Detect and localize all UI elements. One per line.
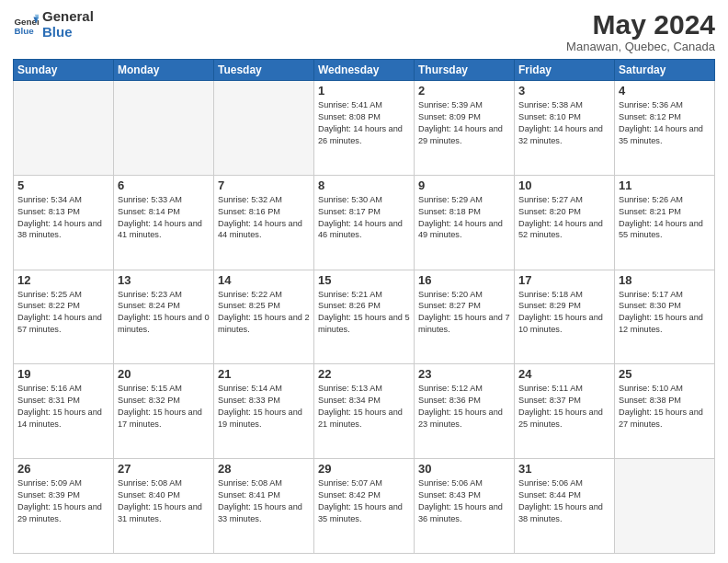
day-info: Sunrise: 5:08 AMSunset: 8:41 PMDaylight:… — [218, 477, 310, 525]
day-info: Sunrise: 5:27 AMSunset: 8:20 PMDaylight:… — [518, 194, 610, 242]
weekday-header-friday: Friday — [515, 60, 615, 81]
day-number: 22 — [318, 367, 410, 381]
calendar-cell: 10Sunrise: 5:27 AMSunset: 8:20 PMDayligh… — [515, 175, 615, 270]
calendar-cell: 21Sunrise: 5:14 AMSunset: 8:33 PMDayligh… — [214, 364, 314, 459]
calendar-cell: 31Sunrise: 5:06 AMSunset: 8:44 PMDayligh… — [515, 459, 615, 554]
calendar-week-3: 12Sunrise: 5:25 AMSunset: 8:22 PMDayligh… — [14, 270, 715, 364]
day-info: Sunrise: 5:06 AMSunset: 8:44 PMDaylight:… — [518, 477, 610, 525]
day-number: 15 — [318, 273, 410, 287]
day-info: Sunrise: 5:09 AMSunset: 8:39 PMDaylight:… — [17, 477, 109, 525]
day-number: 29 — [318, 462, 410, 476]
logo-icon: General Blue — [13, 12, 39, 38]
day-number: 3 — [518, 84, 610, 98]
calendar-cell: 5Sunrise: 5:34 AMSunset: 8:13 PMDaylight… — [14, 175, 114, 270]
day-info: Sunrise: 5:25 AMSunset: 8:22 PMDaylight:… — [17, 289, 109, 337]
calendar-cell: 13Sunrise: 5:23 AMSunset: 8:24 PMDayligh… — [114, 270, 214, 364]
day-number: 2 — [418, 84, 510, 98]
day-number: 14 — [218, 273, 310, 287]
weekday-header-sunday: Sunday — [14, 60, 114, 81]
calendar-cell — [14, 81, 114, 176]
day-number: 25 — [619, 367, 711, 381]
header: General Blue General Blue May 2024 Manaw… — [13, 9, 715, 53]
calendar-cell: 20Sunrise: 5:15 AMSunset: 8:32 PMDayligh… — [114, 364, 214, 459]
calendar-cell: 6Sunrise: 5:33 AMSunset: 8:14 PMDaylight… — [114, 175, 214, 270]
day-info: Sunrise: 5:36 AMSunset: 8:12 PMDaylight:… — [619, 99, 711, 147]
calendar-cell: 29Sunrise: 5:07 AMSunset: 8:42 PMDayligh… — [314, 459, 415, 554]
day-info: Sunrise: 5:34 AMSunset: 8:13 PMDaylight:… — [17, 194, 109, 242]
weekday-header-saturday: Saturday — [615, 60, 715, 81]
calendar-cell: 17Sunrise: 5:18 AMSunset: 8:29 PMDayligh… — [515, 270, 615, 364]
calendar-cell: 2Sunrise: 5:39 AMSunset: 8:09 PMDaylight… — [415, 81, 515, 176]
day-number: 4 — [619, 84, 711, 98]
day-info: Sunrise: 5:39 AMSunset: 8:09 PMDaylight:… — [418, 99, 510, 147]
day-number: 1 — [318, 84, 410, 98]
day-info: Sunrise: 5:21 AMSunset: 8:26 PMDaylight:… — [318, 289, 410, 337]
logo-blue: Blue — [42, 25, 94, 40]
day-info: Sunrise: 5:32 AMSunset: 8:16 PMDaylight:… — [218, 194, 310, 242]
day-number: 9 — [418, 178, 510, 192]
page: General Blue General Blue May 2024 Manaw… — [0, 0, 728, 563]
day-number: 31 — [518, 462, 610, 476]
calendar-cell: 18Sunrise: 5:17 AMSunset: 8:30 PMDayligh… — [615, 270, 715, 364]
calendar-cell: 14Sunrise: 5:22 AMSunset: 8:25 PMDayligh… — [214, 270, 314, 364]
day-number: 17 — [518, 273, 610, 287]
calendar-cell: 8Sunrise: 5:30 AMSunset: 8:17 PMDaylight… — [314, 175, 415, 270]
day-info: Sunrise: 5:16 AMSunset: 8:31 PMDaylight:… — [17, 383, 109, 431]
day-number: 19 — [17, 367, 109, 381]
calendar-cell: 3Sunrise: 5:38 AMSunset: 8:10 PMDaylight… — [515, 81, 615, 176]
calendar-cell: 23Sunrise: 5:12 AMSunset: 8:36 PMDayligh… — [415, 364, 515, 459]
day-number: 10 — [518, 178, 610, 192]
day-number: 23 — [418, 367, 510, 381]
day-info: Sunrise: 5:13 AMSunset: 8:34 PMDaylight:… — [318, 383, 410, 431]
calendar-cell: 27Sunrise: 5:08 AMSunset: 8:40 PMDayligh… — [114, 459, 214, 554]
calendar-week-4: 19Sunrise: 5:16 AMSunset: 8:31 PMDayligh… — [14, 364, 715, 459]
day-info: Sunrise: 5:15 AMSunset: 8:32 PMDaylight:… — [118, 383, 210, 431]
day-number: 26 — [17, 462, 109, 476]
day-number: 11 — [619, 178, 711, 192]
day-info: Sunrise: 5:11 AMSunset: 8:37 PMDaylight:… — [518, 383, 610, 431]
day-info: Sunrise: 5:22 AMSunset: 8:25 PMDaylight:… — [218, 289, 310, 337]
calendar-header-row: SundayMondayTuesdayWednesdayThursdayFrid… — [14, 60, 715, 81]
calendar-cell: 7Sunrise: 5:32 AMSunset: 8:16 PMDaylight… — [214, 175, 314, 270]
day-info: Sunrise: 5:20 AMSunset: 8:27 PMDaylight:… — [418, 289, 510, 337]
calendar-week-1: 1Sunrise: 5:41 AMSunset: 8:08 PMDaylight… — [14, 81, 715, 176]
calendar-week-5: 26Sunrise: 5:09 AMSunset: 8:39 PMDayligh… — [14, 459, 715, 554]
weekday-header-thursday: Thursday — [415, 60, 515, 81]
calendar-cell: 11Sunrise: 5:26 AMSunset: 8:21 PMDayligh… — [615, 175, 715, 270]
day-info: Sunrise: 5:29 AMSunset: 8:18 PMDaylight:… — [418, 194, 510, 242]
day-number: 21 — [218, 367, 310, 381]
logo: General Blue General Blue — [13, 9, 94, 40]
day-info: Sunrise: 5:07 AMSunset: 8:42 PMDaylight:… — [318, 477, 410, 525]
location-subtitle: Manawan, Quebec, Canada — [566, 40, 715, 53]
calendar-cell — [114, 81, 214, 176]
day-info: Sunrise: 5:33 AMSunset: 8:14 PMDaylight:… — [118, 194, 210, 242]
calendar-cell: 25Sunrise: 5:10 AMSunset: 8:38 PMDayligh… — [615, 364, 715, 459]
calendar-cell — [615, 459, 715, 554]
day-number: 28 — [218, 462, 310, 476]
month-title: May 2024 — [566, 9, 715, 40]
calendar-cell: 24Sunrise: 5:11 AMSunset: 8:37 PMDayligh… — [515, 364, 615, 459]
day-info: Sunrise: 5:26 AMSunset: 8:21 PMDaylight:… — [619, 194, 711, 242]
calendar-cell: 28Sunrise: 5:08 AMSunset: 8:41 PMDayligh… — [214, 459, 314, 554]
day-info: Sunrise: 5:23 AMSunset: 8:24 PMDaylight:… — [118, 289, 210, 337]
calendar-cell: 30Sunrise: 5:06 AMSunset: 8:43 PMDayligh… — [415, 459, 515, 554]
svg-text:Blue: Blue — [14, 25, 34, 35]
calendar-cell: 12Sunrise: 5:25 AMSunset: 8:22 PMDayligh… — [14, 270, 114, 364]
day-info: Sunrise: 5:14 AMSunset: 8:33 PMDaylight:… — [218, 383, 310, 431]
day-number: 6 — [118, 178, 210, 192]
day-number: 5 — [17, 178, 109, 192]
title-block: May 2024 Manawan, Quebec, Canada — [566, 9, 715, 53]
day-number: 20 — [118, 367, 210, 381]
day-number: 16 — [418, 273, 510, 287]
day-number: 12 — [17, 273, 109, 287]
day-number: 30 — [418, 462, 510, 476]
logo-general: General — [42, 9, 94, 25]
day-info: Sunrise: 5:18 AMSunset: 8:29 PMDaylight:… — [518, 289, 610, 337]
day-number: 27 — [118, 462, 210, 476]
weekday-header-tuesday: Tuesday — [214, 60, 314, 81]
calendar-cell: 1Sunrise: 5:41 AMSunset: 8:08 PMDaylight… — [314, 81, 415, 176]
calendar-cell — [214, 81, 314, 176]
day-info: Sunrise: 5:06 AMSunset: 8:43 PMDaylight:… — [418, 477, 510, 525]
calendar-cell: 16Sunrise: 5:20 AMSunset: 8:27 PMDayligh… — [415, 270, 515, 364]
day-info: Sunrise: 5:10 AMSunset: 8:38 PMDaylight:… — [619, 383, 711, 431]
